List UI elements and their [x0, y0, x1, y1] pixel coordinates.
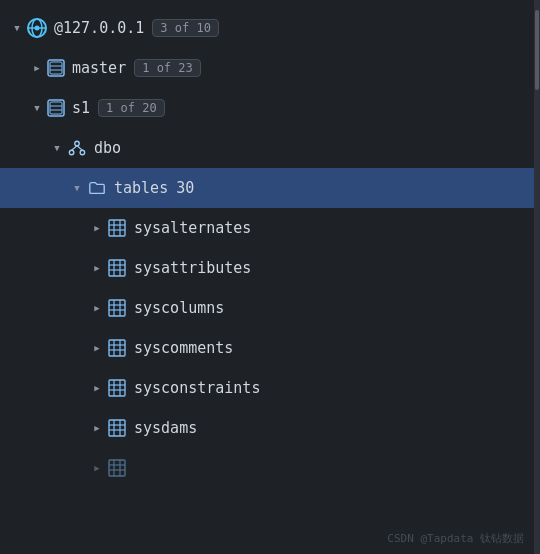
- folder-icon-tables: [86, 177, 108, 199]
- table-row-syscolumns[interactable]: syscolumns: [0, 288, 540, 328]
- schema-row-dbo[interactable]: dbo: [0, 128, 540, 168]
- svg-rect-17: [109, 220, 125, 236]
- table-icon-sysalternates: [106, 217, 128, 239]
- table-icon-partial: [106, 457, 128, 479]
- svg-point-13: [69, 150, 74, 155]
- sysdams-chevron[interactable]: [88, 419, 106, 437]
- dbo-chevron[interactable]: [48, 139, 66, 157]
- svg-rect-42: [109, 420, 125, 436]
- svg-line-15: [72, 146, 77, 151]
- table-row-sysdams[interactable]: sysdams: [0, 408, 540, 448]
- sysalternates-label: sysalternates: [134, 219, 251, 237]
- table-icon-sysattributes: [106, 257, 128, 279]
- table-icon-syscomments: [106, 337, 128, 359]
- s1-label: s1: [72, 99, 90, 117]
- schema-icon-dbo: [66, 137, 88, 159]
- database-icon-master: [46, 58, 66, 78]
- sysattributes-label: sysattributes: [134, 259, 251, 277]
- database-row-master[interactable]: master 1 of 23: [0, 48, 540, 88]
- svg-rect-22: [109, 260, 125, 276]
- database-icon-s1: [46, 98, 66, 118]
- svg-rect-37: [109, 380, 125, 396]
- table-row-sysconstraints[interactable]: sysconstraints: [0, 368, 540, 408]
- s1-chevron[interactable]: [28, 99, 46, 117]
- svg-line-16: [77, 146, 82, 151]
- table-icon-syscolumns: [106, 297, 128, 319]
- svg-rect-32: [109, 340, 125, 356]
- table-row-sysattributes[interactable]: sysattributes: [0, 248, 540, 288]
- connection-row[interactable]: @127.0.0.1 3 of 10: [0, 8, 540, 48]
- connection-icon: [26, 17, 48, 39]
- partial-chevron[interactable]: [88, 459, 106, 477]
- table-row-syscomments[interactable]: syscomments: [0, 328, 540, 368]
- connection-badge: 3 of 10: [152, 19, 219, 37]
- svg-point-12: [75, 141, 80, 146]
- connection-chevron[interactable]: [8, 19, 26, 37]
- svg-rect-47: [109, 460, 125, 476]
- svg-point-14: [80, 150, 85, 155]
- table-row-sysalternates[interactable]: sysalternates: [0, 208, 540, 248]
- tables-chevron[interactable]: [68, 179, 86, 197]
- sysconstraints-label: sysconstraints: [134, 379, 260, 397]
- watermark: CSDN @Tapdata 钛钻数据: [387, 531, 524, 546]
- svg-rect-27: [109, 300, 125, 316]
- s1-badge: 1 of 20: [98, 99, 165, 117]
- master-chevron[interactable]: [28, 59, 46, 77]
- table-icon-sysdams: [106, 417, 128, 439]
- syscolumns-label: syscolumns: [134, 299, 224, 317]
- syscolumns-chevron[interactable]: [88, 299, 106, 317]
- tables-folder-label: tables: [114, 179, 168, 197]
- syscomments-label: syscomments: [134, 339, 233, 357]
- sysalternates-chevron[interactable]: [88, 219, 106, 237]
- tree-container: @127.0.0.1 3 of 10 master 1 of 23: [0, 0, 540, 554]
- master-badge: 1 of 23: [134, 59, 201, 77]
- sysconstraints-chevron[interactable]: [88, 379, 106, 397]
- svg-point-3: [35, 26, 40, 31]
- svg-rect-5: [50, 62, 62, 74]
- syscomments-chevron[interactable]: [88, 339, 106, 357]
- dbo-label: dbo: [94, 139, 121, 157]
- tables-count: 30: [176, 179, 194, 197]
- table-row-partial[interactable]: [0, 448, 540, 488]
- sysdams-label: sysdams: [134, 419, 197, 437]
- table-icon-sysconstraints: [106, 377, 128, 399]
- database-row-s1[interactable]: s1 1 of 20: [0, 88, 540, 128]
- tables-folder-row[interactable]: tables 30: [0, 168, 540, 208]
- master-label: master: [72, 59, 126, 77]
- connection-label: @127.0.0.1: [54, 19, 144, 37]
- svg-rect-9: [50, 102, 62, 114]
- sysattributes-chevron[interactable]: [88, 259, 106, 277]
- scrollbar-thumb[interactable]: [535, 10, 539, 90]
